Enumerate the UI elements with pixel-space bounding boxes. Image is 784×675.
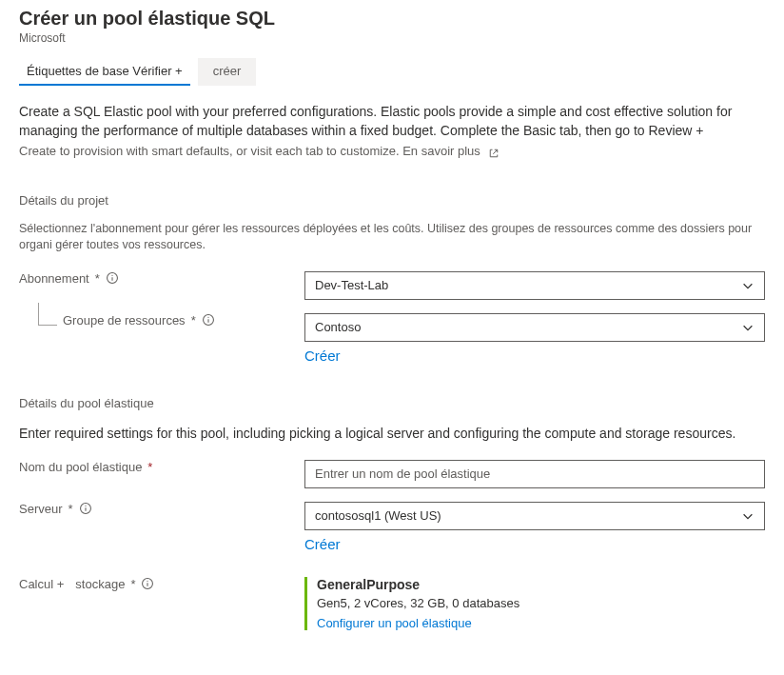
compute-tier-title: GeneralPurpose — [317, 577, 519, 592]
learn-more-link[interactable]: En savoir plus — [402, 142, 500, 161]
info-icon[interactable] — [202, 313, 215, 327]
label-resource-group: Groupe de ressources * — [19, 313, 304, 328]
svg-point-11 — [147, 581, 148, 582]
subscription-select[interactable]: Dev-Test-Lab — [304, 271, 765, 300]
tab-bar: Étiquettes de base Vérifier + créer — [19, 58, 765, 86]
server-select[interactable]: contososql1 (West US) — [304, 502, 765, 530]
resource-group-select[interactable]: Contoso — [304, 313, 765, 342]
svg-point-8 — [85, 506, 86, 506]
info-icon[interactable] — [141, 577, 154, 590]
row-server: Serveur * contososql1 (West US) Créer — [19, 502, 765, 552]
intro-text-2: Create to provision with smart defaults,… — [19, 142, 765, 161]
create-resource-group-link[interactable]: Créer — [304, 347, 341, 364]
row-pool-name: Nom du pool élastique* — [19, 460, 765, 488]
intro-text-1: Create a SQL Elastic pool with your pref… — [19, 103, 765, 140]
chevron-down-icon — [741, 279, 755, 292]
learn-more-label: En savoir plus — [402, 142, 480, 161]
subscription-value: Dev-Test-Lab — [315, 278, 388, 292]
chevron-down-icon — [741, 509, 755, 523]
tree-connector-icon — [38, 303, 57, 326]
pool-name-input[interactable] — [304, 460, 765, 488]
label-subscription: Abonnement * — [19, 271, 304, 286]
page-title: Créer un pool élastique SQL — [19, 8, 765, 30]
svg-point-5 — [207, 317, 208, 318]
info-icon[interactable] — [79, 502, 92, 515]
server-value: contososql1 (West US) — [315, 508, 441, 523]
info-icon[interactable] — [106, 271, 119, 285]
page-header: Créer un pool élastique SQL Microsoft — [19, 8, 765, 45]
section-title-pool: Détails du pool élastique — [19, 396, 765, 410]
compute-tier-detail: Gen5, 2 vCores, 32 GB, 0 databases — [317, 596, 519, 610]
row-resource-group: Groupe de ressources * Contoso Créer — [19, 313, 765, 364]
label-server: Serveur * — [19, 502, 304, 516]
compute-summary: GeneralPurpose Gen5, 2 vCores, 32 GB, 0 … — [304, 577, 765, 630]
external-link-icon — [488, 146, 500, 157]
compute-accent-bar — [304, 577, 307, 630]
chevron-down-icon — [741, 321, 755, 334]
intro-text-2-body: Create to provision with smart defaults,… — [19, 144, 400, 158]
label-compute-storage: Calcul + stockage * — [19, 577, 304, 591]
configure-pool-link[interactable]: Configurer un pool élastique — [317, 616, 519, 630]
resource-group-value: Contoso — [315, 320, 361, 334]
page-subtitle: Microsoft — [19, 31, 765, 45]
row-compute-storage: Calcul + stockage * GeneralPurpose Gen5,… — [19, 577, 765, 630]
section-desc-pool: Enter required settings for this pool, i… — [19, 424, 765, 443]
svg-point-2 — [111, 275, 112, 276]
section-help-project: Sélectionnez l'abonnement pour gérer les… — [19, 221, 765, 254]
row-subscription: Abonnement * Dev-Test-Lab — [19, 271, 765, 300]
tab-basic-review[interactable]: Étiquettes de base Vérifier + — [19, 58, 190, 86]
section-title-project: Détails du projet — [19, 193, 765, 208]
create-server-link[interactable]: Créer — [304, 536, 341, 552]
tab-create[interactable]: créer — [198, 58, 257, 86]
label-pool-name: Nom du pool élastique* — [19, 460, 304, 474]
